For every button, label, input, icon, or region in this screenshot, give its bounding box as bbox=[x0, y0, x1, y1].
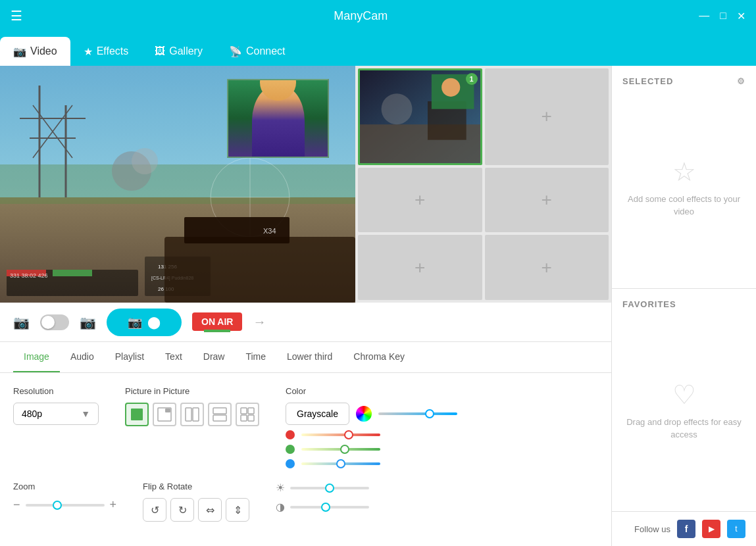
blue-channel-icon bbox=[286, 459, 295, 468]
svg-rect-13 bbox=[53, 270, 92, 276]
settings-sliders-icon[interactable]: ⚙ bbox=[737, 76, 745, 86]
empty-star-icon: ☆ bbox=[672, 157, 696, 187]
minimize-button[interactable]: — bbox=[699, 10, 709, 22]
pip-overlay bbox=[227, 79, 329, 158]
subtab-draw[interactable]: Draw bbox=[193, 342, 236, 372]
pip-layout-single-svg bbox=[130, 407, 144, 422]
tab-gallery[interactable]: 🖼 Gallery bbox=[141, 37, 216, 66]
content-area: 331 38:02 426 131 256 [CS-LR4] Puddin828… bbox=[0, 66, 611, 546]
pip-layout-single[interactable] bbox=[125, 403, 149, 426]
video-preview: 331 38:02 426 131 256 [CS-LR4] Puddin828… bbox=[0, 66, 355, 303]
subtab-audio[interactable]: Audio bbox=[60, 342, 105, 372]
twitter-icon[interactable]: t bbox=[727, 520, 745, 538]
svg-rect-37 bbox=[213, 415, 226, 421]
window-controls: — □ ✕ bbox=[699, 10, 745, 22]
maximize-button[interactable]: □ bbox=[720, 10, 726, 22]
photo-icon: 📷 bbox=[80, 314, 96, 330]
source-cell-0[interactable]: 1 bbox=[358, 68, 482, 165]
subtab-chroma-key[interactable]: Chroma Key bbox=[343, 342, 415, 372]
follow-us-bar: Follow us f ▶ t bbox=[612, 511, 756, 546]
settings-row-1: Resolution 480p ▼ Picture in Picture bbox=[13, 386, 598, 468]
pip-layout-side-svg bbox=[185, 407, 199, 422]
color-palette-icon bbox=[356, 406, 372, 422]
pip-layout-grid[interactable] bbox=[236, 403, 259, 426]
tab-video-label: Video bbox=[30, 45, 57, 57]
color-master-slider[interactable] bbox=[378, 412, 457, 415]
brightness-slider[interactable] bbox=[290, 487, 369, 489]
camera-icon: 📷 bbox=[13, 314, 30, 330]
on-air-badge: ON AIR bbox=[192, 312, 242, 331]
sub-tabs: Image Audio Playlist Text Draw Time Lowe… bbox=[0, 342, 611, 373]
flip-v-icon: ⇕ bbox=[234, 504, 242, 516]
record-dot-icon: 📷 bbox=[128, 315, 142, 330]
tab-video[interactable]: 📷 Video bbox=[0, 37, 70, 66]
grayscale-button[interactable]: Grayscale bbox=[286, 403, 349, 425]
zoom-label: Zoom bbox=[13, 482, 116, 491]
pip-layout-pip-tr-svg bbox=[157, 407, 172, 422]
facebook-icon[interactable]: f bbox=[677, 520, 695, 538]
pip-layout-stack-svg bbox=[213, 407, 227, 422]
subtab-time[interactable]: Time bbox=[235, 342, 276, 372]
youtube-icon[interactable]: ▶ bbox=[702, 520, 720, 538]
tab-effects-label: Effects bbox=[97, 45, 129, 57]
connect-tab-icon: 📡 bbox=[229, 45, 242, 58]
contrast-slider[interactable] bbox=[290, 506, 369, 509]
tab-effects[interactable]: ★ Effects bbox=[70, 37, 142, 66]
add-source-icon-4: + bbox=[415, 257, 425, 278]
menu-icon[interactable]: ☰ bbox=[11, 8, 22, 24]
source-cell-4[interactable]: + bbox=[358, 235, 482, 300]
pip-layout-stack[interactable] bbox=[208, 403, 232, 426]
blue-slider[interactable] bbox=[301, 462, 380, 465]
source-cell-5[interactable]: + bbox=[485, 235, 609, 300]
titlebar: ☰ ManyCam — □ ✕ bbox=[0, 0, 756, 32]
zoom-row: − + bbox=[13, 498, 116, 512]
rotate-left-button[interactable]: ↺ bbox=[143, 498, 166, 522]
record-button[interactable]: 📷 ⬤ bbox=[107, 309, 182, 336]
subtab-text[interactable]: Text bbox=[155, 342, 193, 372]
source-cell-3[interactable]: + bbox=[485, 168, 609, 233]
svg-text:X34: X34 bbox=[263, 227, 276, 235]
close-button[interactable]: ✕ bbox=[737, 10, 745, 22]
grayscale-row: Grayscale bbox=[286, 403, 457, 425]
color-label: Color bbox=[286, 386, 457, 396]
tab-connect[interactable]: 📡 Connect bbox=[216, 37, 299, 66]
svg-rect-39 bbox=[248, 408, 254, 414]
selected-empty-state: ☆ Add some cool effects to your video bbox=[622, 97, 745, 278]
zoom-plus-icon[interactable]: + bbox=[110, 498, 117, 512]
zoom-minus-icon[interactable]: − bbox=[13, 498, 20, 512]
svg-point-10 bbox=[132, 148, 158, 174]
tab-gallery-label: Gallery bbox=[169, 45, 203, 57]
rotate-left-icon: ↺ bbox=[151, 504, 159, 516]
source-cell-2[interactable]: + bbox=[358, 168, 482, 233]
flip-horizontal-button[interactable]: ⇔ bbox=[198, 498, 222, 522]
resolution-dropdown[interactable]: 480p ▼ bbox=[13, 403, 99, 425]
zoom-slider[interactable] bbox=[26, 504, 105, 507]
svg-rect-41 bbox=[248, 415, 254, 421]
rotate-right-button[interactable]: ↻ bbox=[170, 498, 194, 522]
color-master-thumb bbox=[425, 409, 434, 418]
main-layout: 331 38:02 426 131 256 [CS-LR4] Puddin828… bbox=[0, 66, 756, 546]
add-source-icon-5: + bbox=[542, 257, 552, 278]
green-slider[interactable] bbox=[301, 448, 380, 451]
flip-vertical-button[interactable]: ⇕ bbox=[226, 498, 249, 522]
forward-arrow-icon[interactable]: → bbox=[253, 314, 266, 330]
red-slider[interactable] bbox=[301, 434, 380, 436]
subtab-playlist[interactable]: Playlist bbox=[105, 342, 155, 372]
video-tab-icon: 📷 bbox=[13, 45, 26, 58]
subtab-image[interactable]: Image bbox=[13, 342, 60, 372]
source-cell-1[interactable]: + bbox=[485, 68, 609, 165]
pip-layout-side[interactable] bbox=[180, 403, 204, 426]
blue-thumb bbox=[336, 459, 345, 468]
source-preview-0 bbox=[360, 70, 480, 163]
favorites-section: FAVORITES ♡ Drag and drop effects for ea… bbox=[612, 289, 756, 511]
svg-rect-38 bbox=[241, 408, 247, 414]
selected-section: SELECTED ⚙ ☆ Add some cool effects to yo… bbox=[612, 66, 756, 288]
pip-head bbox=[260, 79, 296, 101]
video-background: 331 38:02 426 131 256 [CS-LR4] Puddin828… bbox=[0, 66, 355, 303]
subtab-lower-third[interactable]: Lower third bbox=[276, 342, 343, 372]
pip-layout-pip-tr[interactable] bbox=[153, 403, 176, 426]
red-row bbox=[286, 430, 457, 439]
camera-toggle[interactable] bbox=[40, 314, 69, 330]
svg-rect-22 bbox=[164, 237, 355, 303]
dropdown-arrow-icon: ▼ bbox=[81, 409, 90, 419]
